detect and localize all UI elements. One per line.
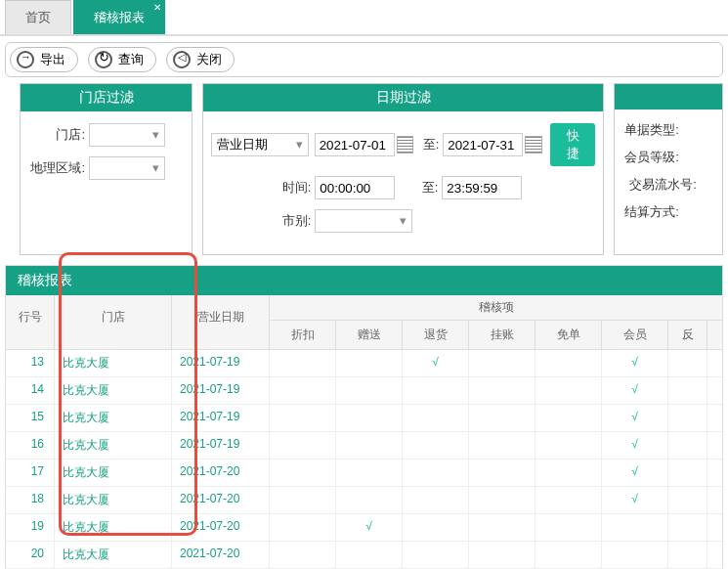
cell-free: [535, 405, 602, 431]
col-gift: 赠送: [336, 321, 403, 349]
cell-store[interactable]: 比克大厦: [55, 514, 172, 541]
table-row[interactable]: 15比克大厦2021-07-19√: [6, 405, 722, 432]
cell-return: [403, 487, 469, 513]
time-from-input[interactable]: [315, 176, 395, 199]
report-table: 稽核报表 行号 门店 营业日期 稽核项 折扣 赠送 退货 挂账 免单 会员 反 …: [5, 265, 723, 569]
cell-gift: [336, 542, 403, 568]
cell-date[interactable]: 2021-07-20: [172, 542, 270, 568]
cell-date[interactable]: 2021-07-20: [172, 460, 270, 486]
cell-free: [535, 514, 602, 541]
table-row[interactable]: 19比克大厦2021-07-20√: [6, 514, 722, 542]
cell-date[interactable]: 2021-07-19: [172, 377, 270, 404]
date-filter-panel: 日期过滤 营业日期 至: 快捷 时间: 至: 市别:: [202, 83, 604, 255]
cell-member: √: [602, 377, 668, 404]
cell-discount: [270, 405, 336, 431]
table-row[interactable]: 13比克大厦2021-07-19√√: [6, 350, 722, 377]
to-label: 至:: [413, 136, 443, 153]
time-to-input[interactable]: [442, 176, 522, 199]
cell-credit: [469, 460, 535, 486]
col-discount: 折扣: [270, 321, 336, 349]
cell-credit: [469, 377, 535, 404]
tab-report-label: 稽核报表: [94, 10, 145, 24]
cell-rownum: 16: [6, 432, 55, 459]
report-title: 稽核报表: [6, 266, 722, 295]
table-row[interactable]: 17比克大厦2021-07-20√: [6, 460, 722, 487]
export-button[interactable]: 导出: [10, 47, 78, 72]
quick-button[interactable]: 快捷: [550, 123, 595, 166]
col-return: 退货: [403, 321, 469, 349]
cell-reverse: [668, 350, 707, 376]
date-from-input[interactable]: [315, 133, 395, 156]
cell-reverse: [668, 432, 707, 459]
table-row[interactable]: 16比克大厦2021-07-19√: [6, 432, 722, 460]
cell-store[interactable]: 比克大厦: [55, 460, 172, 486]
cell-store[interactable]: 比克大厦: [55, 542, 172, 568]
cell-free: [535, 460, 602, 486]
cell-store[interactable]: 比克大厦: [55, 405, 172, 431]
cell-date[interactable]: 2021-07-19: [172, 432, 270, 459]
cell-rownum: 14: [6, 377, 55, 404]
panel-title: 日期过滤: [203, 84, 603, 111]
table-row[interactable]: 18比克大厦2021-07-20√: [6, 487, 722, 514]
table-row[interactable]: 14比克大厦2021-07-19√: [6, 377, 722, 405]
cell-free: [535, 432, 602, 459]
region-label: 地理区域:: [28, 159, 89, 177]
cell-discount: [270, 514, 336, 541]
cell-member: [602, 542, 668, 568]
serial-label: 交易流水号:: [622, 176, 701, 194]
cell-return: [403, 460, 469, 486]
col-rownum: 行号: [6, 295, 55, 349]
cell-discount: [270, 432, 336, 459]
cell-store[interactable]: 比克大厦: [55, 350, 172, 376]
close-icon[interactable]: ✕: [153, 2, 161, 13]
col-reverse: 反: [668, 321, 707, 349]
shift-label: 市别:: [211, 212, 315, 230]
query-button[interactable]: 查询: [88, 47, 156, 72]
cell-credit: [469, 405, 535, 431]
cell-gift: [336, 432, 403, 459]
cell-credit: [469, 350, 535, 376]
export-icon: [17, 51, 34, 68]
shift-select[interactable]: [315, 209, 412, 233]
time-label: 时间:: [211, 179, 315, 197]
cell-date[interactable]: 2021-07-20: [172, 487, 270, 513]
tab-home[interactable]: 首页: [5, 0, 71, 34]
back-icon: [173, 51, 191, 68]
date-type-select[interactable]: 营业日期: [211, 133, 308, 156]
query-label: 查询: [118, 51, 144, 68]
table-row[interactable]: 20比克大厦2021-07-20: [6, 542, 722, 569]
date-to-input[interactable]: [443, 133, 523, 156]
cell-discount: [270, 487, 336, 513]
close-button[interactable]: 关闭: [166, 47, 235, 72]
cell-store[interactable]: 比克大厦: [55, 377, 172, 404]
export-label: 导出: [40, 51, 65, 68]
cell-reverse: [668, 405, 707, 431]
calendar-icon[interactable]: [397, 136, 414, 153]
cell-date[interactable]: 2021-07-19: [172, 405, 270, 431]
cell-return: [403, 542, 469, 568]
col-free: 免单: [535, 321, 602, 349]
store-select[interactable]: [89, 123, 165, 147]
cell-return: [403, 514, 469, 541]
cell-reverse: [668, 514, 707, 541]
cell-gift: √: [336, 514, 403, 541]
cell-gift: [336, 350, 403, 376]
cell-free: [535, 542, 602, 568]
cell-date[interactable]: 2021-07-20: [172, 514, 270, 541]
cell-credit: [469, 432, 535, 459]
cell-member: √: [602, 405, 668, 431]
col-group: 稽核项: [270, 295, 722, 321]
refresh-icon: [95, 51, 112, 68]
cell-store[interactable]: 比克大厦: [55, 432, 172, 459]
cell-credit: [469, 487, 535, 513]
bill-label: 单据类型:: [622, 121, 683, 139]
cell-date[interactable]: 2021-07-19: [172, 350, 270, 376]
cell-rownum: 20: [6, 542, 55, 568]
cell-store[interactable]: 比克大厦: [55, 487, 172, 513]
cell-rownum: 17: [6, 460, 55, 486]
region-select[interactable]: [89, 156, 165, 180]
tab-report[interactable]: 稽核报表 ✕: [73, 0, 165, 34]
col-member: 会员: [602, 321, 668, 349]
member-label: 会员等级:: [622, 149, 683, 166]
calendar-icon[interactable]: [525, 136, 542, 153]
